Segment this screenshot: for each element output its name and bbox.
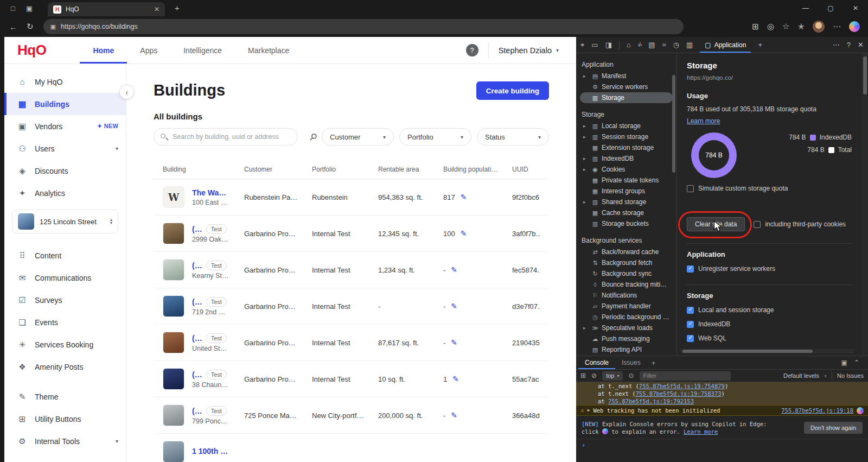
sidebar-item[interactable]: ⚙ Internal Tools ▾ [4,430,126,452]
filter-dropdown[interactable]: Customer ▾ [322,128,394,145]
building-name-link[interactable]: (… [192,225,202,233]
tree-item[interactable]: ▸ ▦ Cache storage [580,207,673,218]
window-close-icon[interactable]: ✕ [843,0,868,16]
tab-close-icon[interactable]: ✕ [154,5,159,13]
tree-item[interactable]: ▸ ☁ Push messaging [580,333,673,344]
filter-dropdown[interactable]: Status ▾ [477,128,549,145]
tree-item[interactable]: ▸ ▥ Session storage [580,131,673,142]
panel-checkbox[interactable]: Local and session storage [687,306,852,314]
tree-item[interactable]: ▸ ≫ Speculative loads [580,322,673,333]
sidebar-item[interactable]: ✳ Services Booking [4,333,126,356]
tree-item[interactable]: ▸ ◉ Cookies [580,164,673,175]
tree-item[interactable]: ▸ ◷ Periodic background … [580,312,673,322]
simulate-quota-checkbox[interactable]: Simulate custom storage quota [687,185,852,192]
expander-icon[interactable]: ▸ [583,73,589,79]
device-toolbar-icon[interactable]: ▭ [591,41,598,49]
panel-checkbox[interactable]: Unregister service workers [687,265,852,273]
table-row[interactable]: (… Test 719 2nd … Garbarino Pro… Interna… [154,288,549,325]
tab-actions-icon[interactable]: ▣ [26,4,33,12]
table-row[interactable]: (… Test 38 Chaun… Garbarino Pro… Interna… [154,361,549,397]
sidebar-item[interactable]: ☑ Surveys [4,289,126,311]
building-name-link[interactable]: The Wa… [192,188,226,197]
tree-item[interactable]: ▸ ▥ Local storage [580,121,673,131]
create-building-button[interactable]: Create building [476,81,549,100]
edit-icon[interactable]: ✎ [452,375,459,383]
console-prompt[interactable]: › [582,441,585,449]
edit-icon[interactable]: ✎ [461,193,467,201]
tree-item[interactable]: ▸ ⚙ Service workers [580,81,673,92]
edit-icon[interactable]: ✎ [451,302,457,311]
expand-console-icon[interactable]: ⌃ [854,359,859,366]
checkbox[interactable] [754,221,761,228]
nav-item[interactable]: Apps [127,37,170,64]
sidebar-item[interactable]: ❏ Events [4,311,126,333]
back-icon[interactable]: ← [9,22,17,31]
checkbox[interactable] [687,265,694,273]
maximize-icon[interactable]: ▢ [818,0,843,16]
expander-icon[interactable]: ▸ [583,199,589,205]
home-panel-icon[interactable]: ⌂ [627,41,631,49]
sidebar-collapse-button[interactable]: ‹ [119,85,134,99]
workspaces-icon[interactable]: □ [11,4,15,12]
checkbox[interactable] [687,307,694,314]
building-selector[interactable]: 125 Lincoln Street ▴▾ [12,210,118,233]
performance-panel-icon[interactable]: ◷ [673,41,679,49]
source-link[interactable]: 755.87be5f5d.js:19:754879 [639,383,725,389]
tree-item[interactable]: ▸ ▦ Extension storage [580,142,673,153]
building-name-link[interactable]: 1 100th … [192,447,228,455]
apps-grid-icon[interactable]: ⊞ [752,22,759,31]
console-warning[interactable]: ⚠ ▶ Web tracking has not been initialize… [576,405,868,416]
edit-icon[interactable]: ✎ [451,411,457,420]
sidebar-item[interactable]: ▣ Vendors ✦ NEW ▾ [4,115,126,137]
checkbox[interactable] [687,335,694,342]
console-filter-input[interactable] [640,371,731,381]
table-row[interactable]: (… Test 799 Ponc… 725 Ponce Ma… New City… [154,397,549,434]
refresh-icon[interactable]: ↻ [27,22,34,31]
sidebar-item[interactable]: ✎ Theme ▾ [4,385,126,408]
source-link[interactable]: 755.87be5f5d.js:19:18 [781,407,853,414]
tree-item[interactable]: ▸ ◊ Bounce tracking miti… [580,279,673,290]
tree-item[interactable]: ▸ ▥ Storage buckets [580,218,673,229]
tree-item[interactable]: ▸ ▥ Storage [580,92,673,103]
checkbox[interactable] [687,185,694,192]
settings-ellipsis-icon[interactable]: ⋯ [833,22,841,31]
tree-item[interactable]: ▸ ▤ Manifest [580,71,673,81]
user-menu[interactable]: Stephen Dzialo ▾ [499,46,563,55]
collections-icon[interactable]: ✭ [797,22,805,31]
console-tab[interactable]: Console [578,356,615,369]
url-field[interactable]: ▣ https://gohqo.co/buildings [43,19,684,34]
panel-checkbox[interactable]: IndexedDB [687,320,852,328]
building-name-link[interactable]: (… [192,407,202,415]
sidebar-item[interactable]: ▦ Buildings ▾ [4,93,126,115]
tab-application[interactable]: ▢ Application [700,37,751,53]
tree-item[interactable]: ▸ ⇄ Back/forward cache [580,246,673,257]
inspect-icon[interactable]: ⌖ [580,41,584,49]
add-tab-icon[interactable]: + [652,359,656,367]
third-party-cookies-checkbox[interactable]: including third-party cookies [754,220,846,228]
hqo-logo[interactable]: HqO [17,42,46,59]
sidebar-item[interactable]: ✉ Communications [4,267,126,289]
source-link[interactable]: 755.87be5f5d.js:19:758373 [636,390,722,397]
add-panel-icon[interactable]: + [758,41,762,49]
dont-show-again-button[interactable]: Don't show again [804,422,863,434]
tree-item[interactable]: ▸ ⚐ Notifications [580,290,673,301]
clear-console-icon[interactable]: ⊘ [591,372,597,379]
table-row[interactable]: (… Test United St… Garbarino Pro… Intern… [154,325,549,361]
expander-icon[interactable]: ▸ [583,156,589,161]
expander-icon[interactable]: ▸ [583,325,589,331]
sidebar-item[interactable]: ⠿ Content [4,244,126,267]
panel-checkbox[interactable]: Web SQL [687,334,852,342]
expander-icon[interactable]: ▸ [583,134,589,140]
dock-side-icon[interactable]: ◨ [605,41,612,49]
search-input[interactable] [154,128,298,145]
expand-icon[interactable]: ▶ [588,407,590,414]
nav-item[interactable]: Marketplace [235,37,302,64]
issues-counter[interactable]: No Issues [837,372,864,379]
sources-panel-icon[interactable]: ‹/› [638,42,641,48]
building-name-link[interactable]: (… [192,298,202,306]
pin-icon[interactable]: ⚲ [307,130,320,143]
checkbox[interactable] [687,321,694,328]
site-info-icon[interactable]: ▣ [50,23,56,30]
horizontal-scrollbar[interactable] [680,349,854,353]
clear-site-data-button[interactable]: Clear site data [687,217,745,231]
